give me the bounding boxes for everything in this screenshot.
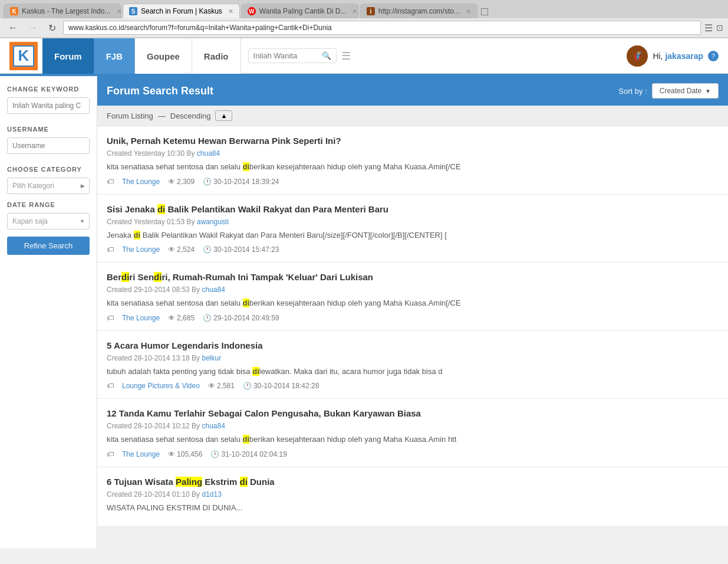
sort-button[interactable]: Created Date ▼ (652, 83, 719, 99)
eye-icon: 👁 (208, 382, 215, 390)
created-label: Created 29-10-2014 08:53 By (107, 286, 202, 294)
clock-icon: 🕐 (203, 178, 212, 186)
forward-button[interactable]: → (25, 21, 41, 34)
author-link[interactable]: chua84 (197, 149, 220, 158)
tab-close-kaskus[interactable]: ✕ (117, 8, 121, 15)
created-label: Created 28-10-2014 10:12 By (107, 422, 202, 430)
result-excerpt: kita senatiasa sehat sentosa dan selalu … (107, 434, 719, 445)
nav-tabs: Forum FJB Goupee Radio (42, 38, 241, 73)
tab-close-search[interactable]: ✕ (228, 8, 233, 15)
eye-icon: 👁 (168, 178, 175, 186)
result-tags: 🏷 The Lounge 👁 2,524 🕐 30-10-2014 15:47:… (107, 245, 719, 254)
views-count: 👁 2,581 (208, 382, 235, 390)
nav-triangle (101, 76, 111, 81)
date-value: 29-10-2014 20:49:59 (213, 314, 279, 322)
category-link[interactable]: The Lounge (122, 245, 160, 254)
result-title-link[interactable]: Berdiri Sendiri, Rumah-Rumah Ini Tampak … (107, 271, 719, 283)
views-value: 2,685 (177, 314, 195, 322)
category-link[interactable]: The Lounge (122, 450, 160, 458)
author-link[interactable]: awangusti (197, 218, 229, 226)
result-title-link[interactable]: 6 Tujuan Wisata Paling Ekstrim di Dunia (107, 476, 719, 488)
reload-button[interactable]: ↻ (45, 21, 60, 35)
tab-close-instagram[interactable]: ✕ (466, 8, 471, 15)
avatar: 🦸 (627, 45, 648, 67)
author-link[interactable]: belkur (202, 354, 221, 362)
tab-close-wanita[interactable]: ✕ (352, 8, 357, 15)
highlight: Paling (176, 477, 202, 487)
header-search-icon[interactable]: 🔍 (322, 51, 331, 60)
category-link[interactable]: The Lounge (122, 178, 160, 186)
eye-icon: 👁 (168, 314, 175, 322)
back-button[interactable]: ← (5, 21, 21, 34)
result-meta: Created 28-10-2014 13:18 By belkur (107, 354, 719, 362)
results-list: Unik, Pernah Ketemu Hewan Berwarna Pink … (97, 126, 728, 527)
date-value: 30-10-2014 15:47:23 (213, 245, 279, 254)
date-display: 🕐 31-10-2014 02:04:19 (210, 450, 286, 458)
greeting-text: Hi, jakasarap (653, 51, 703, 61)
username-display[interactable]: jakasarap (665, 51, 703, 61)
grid-icon[interactable]: ☰ (341, 50, 351, 63)
highlight: di (243, 162, 250, 171)
result-title-link[interactable]: Sisi Jenaka di Balik Pelantikan Wakil Ra… (107, 203, 719, 215)
author-link[interactable]: d1d13 (202, 490, 221, 499)
logo-box[interactable]: K (9, 42, 38, 70)
logo-k: K (13, 45, 34, 67)
help-icon[interactable]: ? (708, 51, 719, 61)
result-tags: 🏷 The Lounge 👁 2,309 🕐 30-10-2014 18:39:… (107, 178, 719, 186)
sort-value: Created Date (660, 87, 701, 95)
category-link[interactable]: Lounge Pictures & Video (122, 382, 200, 390)
date-value: 30-10-2014 18:42:28 (253, 382, 319, 390)
listing-label: Forum Listing (107, 112, 153, 120)
result-item: Unik, Pernah Ketemu Hewan Berwarna Pink … (97, 126, 728, 195)
author-link[interactable]: chua84 (202, 286, 225, 294)
date-range-select[interactable]: Kapan saja (7, 213, 90, 229)
tab-instagram[interactable]: i http://instagram.com/sto... ✕ (360, 4, 477, 18)
username-label: USERNAME (7, 126, 90, 133)
category-select-wrapper: Pilih Kategori ► (7, 178, 90, 194)
date-range-select-wrapper: Kapan saja ▼ (7, 213, 90, 229)
new-tab-btn[interactable]: □ (481, 5, 488, 18)
username-input[interactable] (7, 137, 90, 154)
result-item: Sisi Jenaka di Balik Pelantikan Wakil Ra… (97, 195, 728, 263)
result-item: 6 Tujuan Wisata Paling Ekstrim di Dunia … (97, 467, 728, 527)
nav-tab-fjb[interactable]: FJB (94, 38, 135, 74)
views-value: 2,581 (217, 382, 235, 390)
listing-sort-button[interactable]: ▲ (215, 110, 232, 121)
tab-favicon-search: S (129, 7, 137, 15)
tag-icon: 🏷 (107, 178, 114, 186)
sidebar: CHANGE KEYWORD USERNAME CHOOSE CATEGORY … (0, 76, 97, 548)
content-area: Forum Search Result Sort by : Created Da… (97, 76, 728, 548)
result-title-link[interactable]: 12 Tanda Kamu Terlahir Sebagai Calon Pen… (107, 407, 719, 419)
nav-tab-radio[interactable]: Radio (192, 38, 241, 74)
tab-wanita[interactable]: W Wanita Paling Cantik Di D... ✕ (241, 4, 359, 18)
views-value: 105,456 (177, 450, 202, 458)
tag-icon: 🏷 (107, 382, 114, 390)
address-bar: ← → ↻ ☰ ⊡ (0, 18, 728, 38)
result-excerpt: Jenaka di Balik Pelantikan Wakil Rakyat … (107, 229, 719, 241)
category-link[interactable]: The Lounge (122, 314, 160, 322)
url-bar[interactable] (63, 21, 701, 35)
keyword-input[interactable] (7, 97, 90, 114)
resize-icon[interactable]: ⊡ (716, 23, 723, 32)
header-search-input[interactable] (253, 51, 318, 60)
date-display: 🕐 29-10-2014 20:49:59 (203, 314, 279, 322)
created-label: Created Yesterday 10:30 By (107, 149, 197, 158)
settings-icon[interactable]: ☰ (704, 22, 713, 34)
sort-up-icon: ▲ (220, 112, 227, 119)
result-meta: Created 28-10-2014 10:12 By chua84 (107, 422, 719, 430)
tab-kaskus[interactable]: K Kaskus - The Largest Indo... ✕ (4, 4, 121, 18)
nav-tab-forum[interactable]: Forum (42, 38, 94, 74)
tab-bar: K Kaskus - The Largest Indo... ✕ S Searc… (0, 0, 728, 18)
tab-search[interactable]: S Search in Forum | Kaskus ✕ (123, 4, 240, 18)
refine-search-button[interactable]: Refine Search (7, 237, 90, 255)
author-link[interactable]: chua84 (202, 422, 225, 430)
tag-icon: 🏷 (107, 314, 114, 322)
result-tags: 🏷 Lounge Pictures & Video 👁 2,581 🕐 30-1… (107, 382, 719, 390)
result-title-link[interactable]: Unik, Pernah Ketemu Hewan Berwarna Pink … (107, 135, 719, 147)
category-select[interactable]: Pilih Kategori (7, 178, 90, 194)
result-title-link[interactable]: 5 Acara Humor Legendaris Indonesia (107, 339, 719, 352)
created-label: Created 28-10-2014 01:10 By (107, 490, 202, 499)
highlight: di (252, 367, 259, 376)
tag-icon: 🏷 (107, 450, 114, 458)
nav-tab-goupee[interactable]: Goupee (135, 38, 192, 74)
